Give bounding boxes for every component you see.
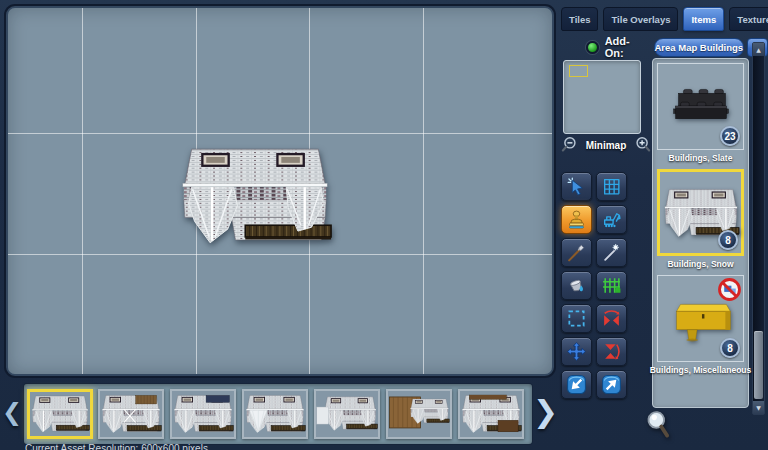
item-card[interactable]: 8 bbox=[657, 169, 744, 256]
tool-icon bbox=[566, 275, 587, 296]
tool-icon bbox=[601, 209, 622, 230]
thumbnail-1[interactable] bbox=[27, 389, 93, 439]
tab-tile-overlays[interactable]: Tile Overlays bbox=[603, 7, 678, 31]
thumbnail-7[interactable] bbox=[458, 389, 524, 439]
status-text: Current Asset Resolution: 600x600 pixels bbox=[25, 443, 208, 450]
placed-building-sprite bbox=[177, 147, 333, 245]
minimap-label: Minimap bbox=[586, 140, 627, 151]
item-label: Buildings, Miscellaneous bbox=[650, 365, 752, 375]
grid-line bbox=[423, 8, 424, 374]
tab-tiles[interactable]: Tiles bbox=[561, 7, 598, 31]
import-tool[interactable] bbox=[561, 370, 592, 399]
item-card[interactable]: 8 bbox=[657, 275, 744, 362]
scrollbar-thumb[interactable] bbox=[754, 331, 763, 399]
tool-icon bbox=[601, 341, 622, 362]
tool-icon bbox=[566, 176, 587, 197]
stamp-tool[interactable] bbox=[561, 205, 592, 234]
item-palette: 23 Buildings, Slate 8 Buildings, Snow bbox=[652, 58, 749, 408]
item-count-badge: 23 bbox=[720, 126, 740, 146]
marquee-select-tool[interactable] bbox=[561, 304, 592, 333]
item-buildings-miscellaneous[interactable]: 8 Buildings, Miscellaneous bbox=[650, 275, 752, 381]
thumbnail-sprite bbox=[388, 391, 450, 437]
map-editor-window: ❮ bbox=[0, 0, 768, 450]
item-buildings-snow[interactable]: 8 Buildings, Snow bbox=[657, 169, 744, 275]
thumbnail-sprite bbox=[172, 391, 234, 437]
minimap-zoom-in-button[interactable] bbox=[634, 136, 652, 154]
flip-horizontal-tool[interactable] bbox=[596, 304, 627, 333]
addon-select[interactable]: Area Map Buildings bbox=[654, 38, 744, 57]
zoom-out-magnifier-icon bbox=[560, 136, 578, 154]
zoom-in-magnifier-icon bbox=[634, 136, 652, 154]
filmstrip-next-button[interactable]: ❯ bbox=[533, 394, 558, 429]
tab-bar: TilesTile OverlaysItemsTextures bbox=[561, 7, 768, 31]
minimap-controls: Minimap bbox=[560, 136, 652, 154]
minimap-panel[interactable] bbox=[563, 60, 641, 134]
scroll-down-button[interactable]: ▼ bbox=[753, 401, 764, 414]
palette-scrollbar[interactable]: ▲ ▼ bbox=[752, 42, 765, 415]
map-canvas[interactable] bbox=[6, 6, 554, 376]
item-card[interactable]: 23 bbox=[657, 63, 744, 150]
restricted-icon bbox=[718, 278, 741, 301]
scroll-up-button[interactable]: ▲ bbox=[753, 43, 764, 56]
magnifier-icon bbox=[643, 407, 674, 439]
thumbnail-sprite bbox=[244, 391, 306, 437]
fence-tool[interactable] bbox=[596, 271, 627, 300]
thumbnail-sprite bbox=[100, 391, 162, 437]
addon-label: Add-On: bbox=[605, 35, 647, 59]
tool-icon bbox=[601, 176, 622, 197]
item-label: Buildings, Slate bbox=[669, 153, 733, 163]
item-buildings-slate[interactable]: 23 Buildings, Slate bbox=[657, 63, 744, 169]
minimap-zoom-out-button[interactable] bbox=[560, 136, 578, 154]
tool-icon bbox=[566, 308, 587, 329]
item-label: Buildings, Snow bbox=[667, 259, 733, 269]
tab-textures[interactable]: Textures bbox=[729, 7, 768, 31]
tool-icon bbox=[566, 242, 587, 263]
grid-line bbox=[8, 254, 552, 255]
item-count-badge: 8 bbox=[720, 338, 740, 358]
tool-icon bbox=[601, 275, 622, 296]
thumbnail-sprite bbox=[316, 391, 378, 437]
flip-vertical-tool[interactable] bbox=[596, 337, 627, 366]
tool-grid bbox=[561, 172, 627, 399]
tool-icon bbox=[566, 341, 587, 362]
tool-icon bbox=[601, 308, 622, 329]
thumbnail-5[interactable] bbox=[314, 389, 380, 439]
grid-line bbox=[8, 133, 552, 134]
demolish-tool[interactable] bbox=[596, 205, 627, 234]
grid-toggle-tool[interactable] bbox=[596, 172, 627, 201]
item-count-badge: 8 bbox=[718, 230, 738, 250]
tool-icon bbox=[601, 374, 622, 395]
select-tool[interactable] bbox=[561, 172, 592, 201]
export-tool[interactable] bbox=[596, 370, 627, 399]
paintbrush-tool[interactable] bbox=[561, 238, 592, 267]
thumbnail-2[interactable] bbox=[98, 389, 164, 439]
thumbnail-sprite bbox=[30, 392, 90, 436]
thumbnail-6[interactable] bbox=[386, 389, 452, 439]
tool-icon bbox=[601, 242, 622, 263]
tool-icon bbox=[566, 374, 587, 395]
filmstrip bbox=[24, 384, 532, 444]
tab-items[interactable]: Items bbox=[683, 7, 724, 31]
thumbnail-3[interactable] bbox=[170, 389, 236, 439]
tool-icon bbox=[566, 209, 587, 230]
thumbnail-4[interactable] bbox=[242, 389, 308, 439]
filmstrip-prev-button[interactable]: ❮ bbox=[2, 398, 22, 426]
magic-wand-tool[interactable] bbox=[596, 238, 627, 267]
zoom-tool-button[interactable] bbox=[645, 409, 672, 438]
move-tool[interactable] bbox=[561, 337, 592, 366]
addon-enabled-indicator bbox=[586, 41, 599, 54]
grid-line bbox=[82, 8, 83, 374]
addon-row: Add-On: Area Map Buildings ▼ bbox=[560, 37, 768, 57]
thumbnail-sprite bbox=[460, 391, 522, 437]
fill-tool[interactable] bbox=[561, 271, 592, 300]
minimap-viewport-rect[interactable] bbox=[569, 65, 588, 77]
